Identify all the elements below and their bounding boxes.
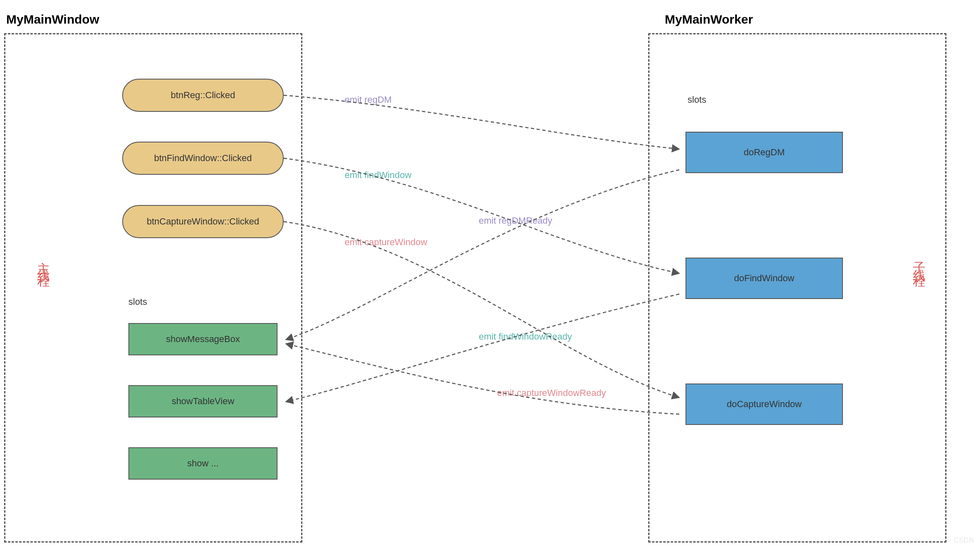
show-more-slot: show ...	[128, 447, 278, 480]
left-thread-label: 主线程	[35, 252, 52, 274]
left-slots-label: slots	[128, 297, 147, 307]
emit-findwindow-label: emit findWindow	[345, 170, 411, 181]
emit-regdm-label: emit regDM	[345, 94, 392, 105]
btn-findwindow-pill: btnFindWindow::Clicked	[122, 142, 284, 175]
show-messagebox-slot: showMessageBox	[128, 323, 278, 355]
right-slots-label: slots	[688, 94, 706, 105]
right-thread-label: 子线程	[910, 252, 927, 274]
left-title: MyMainWindow	[6, 12, 99, 27]
show-tableview-slot: showTableView	[128, 385, 278, 417]
watermark: CSDN	[954, 537, 974, 544]
emit-capturewindowready-label: emit captureWindowReady	[497, 388, 606, 398]
emit-capturewindow-label: emit captureWindow	[345, 237, 427, 248]
emit-regdmready-label: emit regDMReady	[479, 215, 552, 226]
do-capturewindow-slot: doCaptureWindow	[686, 384, 843, 425]
emit-findwindowready-label: emit findWindowReady	[479, 331, 572, 342]
do-regdm-slot: doRegDM	[686, 132, 843, 173]
btn-capturewindow-pill: btnCaptureWindow::Clicked	[122, 205, 284, 238]
btn-reg-pill: btnReg::Clicked	[122, 79, 284, 112]
do-findwindow-slot: doFindWindow	[686, 258, 843, 299]
right-title: MyMainWorker	[665, 12, 753, 27]
